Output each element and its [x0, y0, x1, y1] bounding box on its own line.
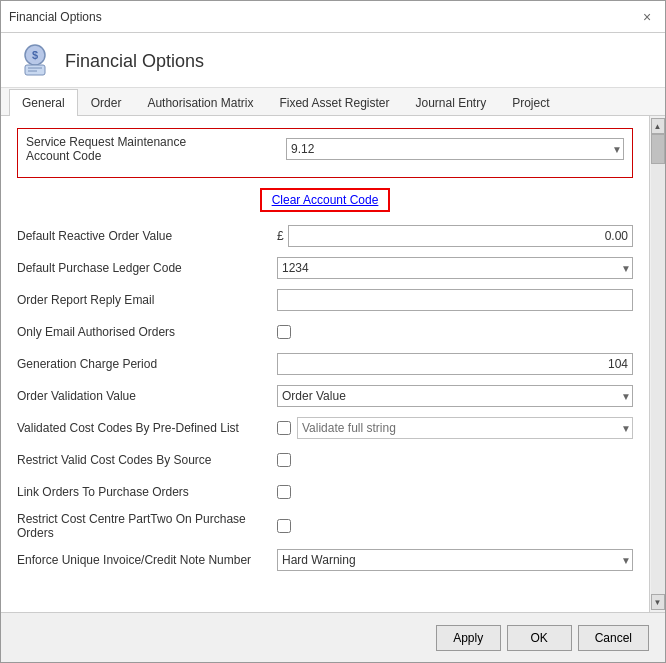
validated-cost-codes-label: Validated Cost Codes By Pre-Defined List — [17, 421, 277, 435]
order-validation-label: Order Validation Value — [17, 389, 277, 403]
only-email-authorised-checkbox[interactable] — [277, 325, 291, 339]
close-button[interactable]: × — [637, 7, 657, 27]
link-orders-checkbox-wrapper — [277, 485, 291, 499]
title-bar: Financial Options × — [1, 1, 665, 33]
scrollbar-track[interactable] — [651, 134, 665, 594]
order-report-reply-input[interactable] — [277, 289, 633, 311]
service-request-select[interactable]: 9.12 — [286, 138, 624, 160]
link-orders-row: Link Orders To Purchase Orders — [17, 480, 633, 504]
restrict-valid-cost-codes-checkbox[interactable] — [277, 453, 291, 467]
scrollbar: ▲ ▼ — [649, 116, 665, 612]
default-reactive-order-label: Default Reactive Order Value — [17, 229, 277, 243]
footer-area: Apply OK Cancel — [1, 612, 665, 662]
only-email-authorised-row: Only Email Authorised Orders — [17, 320, 633, 344]
tab-general[interactable]: General — [9, 89, 78, 116]
tab-project[interactable]: Project — [499, 89, 562, 116]
restrict-valid-cost-codes-row: Restrict Valid Cost Codes By Source — [17, 448, 633, 472]
enforce-unique-invoice-select-wrapper[interactable]: Hard Warning ▼ — [277, 549, 633, 571]
validated-cost-codes-row: Validated Cost Codes By Pre-Defined List… — [17, 416, 633, 440]
enforce-unique-invoice-select[interactable]: Hard Warning — [277, 549, 633, 571]
scrollbar-thumb[interactable] — [651, 134, 665, 164]
default-reactive-order-row: Default Reactive Order Value £ — [17, 224, 633, 248]
currency-symbol: £ — [277, 229, 284, 243]
order-validation-row: Order Validation Value Order Value ▼ — [17, 384, 633, 408]
svg-text:$: $ — [32, 49, 38, 61]
validated-cost-codes-checkbox-wrapper — [277, 421, 291, 435]
enforce-unique-invoice-label: Enforce Unique Invoice/Credit Note Numbe… — [17, 553, 277, 567]
ok-button[interactable]: OK — [507, 625, 572, 651]
validate-string-select[interactable]: Validate full string — [297, 417, 633, 439]
apply-button[interactable]: Apply — [436, 625, 501, 651]
service-request-section: Service Request MaintenanceAccount Code … — [17, 128, 633, 178]
purchase-ledger-select[interactable]: 1234 — [277, 257, 633, 279]
header-title: Financial Options — [65, 51, 204, 72]
cancel-button[interactable]: Cancel — [578, 625, 649, 651]
default-purchase-ledger-label: Default Purchase Ledger Code — [17, 261, 277, 275]
order-report-reply-row: Order Report Reply Email — [17, 288, 633, 312]
scrollbar-down-button[interactable]: ▼ — [651, 594, 665, 610]
header-icon-svg: $ — [17, 43, 53, 79]
restrict-cost-centre-label: Restrict Cost Centre PartTwo On Purchase… — [17, 512, 277, 540]
service-request-row: Service Request MaintenanceAccount Code … — [26, 135, 624, 163]
tab-order[interactable]: Order — [78, 89, 135, 116]
currency-wrapper: £ — [277, 225, 633, 247]
order-validation-select-wrapper[interactable]: Order Value ▼ — [277, 385, 633, 407]
only-email-authorised-label: Only Email Authorised Orders — [17, 325, 277, 339]
generation-charge-label: Generation Charge Period — [17, 357, 277, 371]
order-validation-select[interactable]: Order Value — [277, 385, 633, 407]
validated-cost-codes-checkbox[interactable] — [277, 421, 291, 435]
tab-journal-entry[interactable]: Journal Entry — [402, 89, 499, 116]
clear-account-code-button[interactable]: Clear Account Code — [260, 188, 391, 212]
financial-options-window: Financial Options × $ Financial Options … — [0, 0, 666, 663]
financial-options-icon: $ — [17, 43, 53, 79]
link-orders-checkbox[interactable] — [277, 485, 291, 499]
tab-authorisation-matrix[interactable]: Authorisation Matrix — [134, 89, 266, 116]
validate-string-select-wrapper: Validate full string ▼ — [297, 417, 633, 439]
service-request-select-wrapper[interactable]: 9.12 ▼ — [286, 138, 624, 160]
clear-account-center: Clear Account Code — [17, 188, 633, 212]
tabs-bar: General Order Authorisation Matrix Fixed… — [1, 88, 665, 116]
service-request-label: Service Request MaintenanceAccount Code — [26, 135, 286, 163]
content-area: Service Request MaintenanceAccount Code … — [1, 116, 665, 612]
enforce-unique-invoice-row: Enforce Unique Invoice/Credit Note Numbe… — [17, 548, 633, 572]
generation-charge-row: Generation Charge Period — [17, 352, 633, 376]
default-reactive-order-input[interactable] — [288, 225, 633, 247]
only-email-authorised-checkbox-wrapper — [277, 325, 291, 339]
window-title: Financial Options — [9, 10, 102, 24]
svg-rect-2 — [25, 65, 45, 75]
main-content: Service Request MaintenanceAccount Code … — [1, 116, 649, 612]
window-header: $ Financial Options — [1, 33, 665, 88]
restrict-cost-centre-checkbox[interactable] — [277, 519, 291, 533]
generation-charge-input[interactable] — [277, 353, 633, 375]
order-report-reply-label: Order Report Reply Email — [17, 293, 277, 307]
restrict-valid-cost-codes-label: Restrict Valid Cost Codes By Source — [17, 453, 277, 467]
title-bar-left: Financial Options — [9, 10, 102, 24]
scrollbar-up-button[interactable]: ▲ — [651, 118, 665, 134]
restrict-valid-cost-codes-checkbox-wrapper — [277, 453, 291, 467]
tab-fixed-asset-register[interactable]: Fixed Asset Register — [266, 89, 402, 116]
restrict-cost-centre-row: Restrict Cost Centre PartTwo On Purchase… — [17, 512, 633, 540]
restrict-cost-centre-checkbox-wrapper — [277, 519, 291, 533]
link-orders-label: Link Orders To Purchase Orders — [17, 485, 277, 499]
purchase-ledger-select-wrapper[interactable]: 1234 ▼ — [277, 257, 633, 279]
default-purchase-ledger-row: Default Purchase Ledger Code 1234 ▼ — [17, 256, 633, 280]
